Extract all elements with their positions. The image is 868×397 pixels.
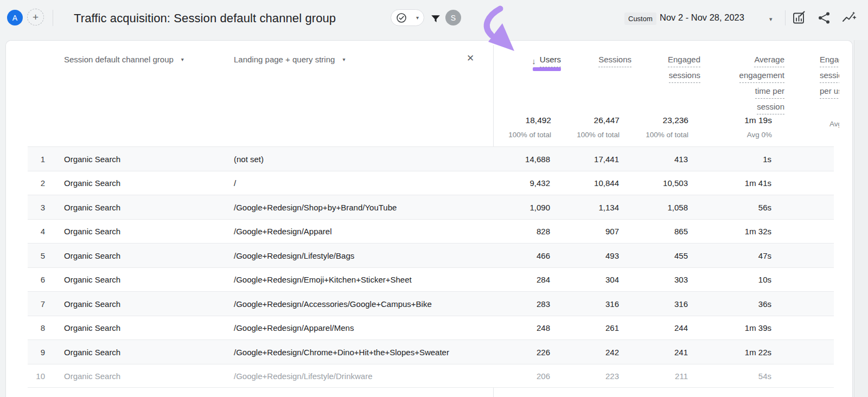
totals-sub-label: Avg 0% (829, 120, 839, 129)
avg-engagement-time-cell: 1m 22s (706, 347, 771, 356)
data-quality-pill[interactable]: ▾ (391, 9, 424, 26)
date-preset-badge: Custom (624, 12, 656, 25)
report-table-card: Session default channel group ▾ Landing … (5, 40, 853, 397)
sessions-cell: 223 (554, 371, 619, 380)
row-index: 10 (28, 371, 45, 380)
engaged-sessions-cell: 865 (623, 227, 688, 236)
column-header-label: engagement (739, 69, 784, 83)
column-header-users[interactable]: ↓Users (480, 53, 561, 69)
avg-engagement-time-cell: 54s (706, 371, 771, 380)
page-title: Traffic acquisition: Session default cha… (74, 11, 336, 25)
insights-sparkline-icon (841, 10, 858, 25)
row-index: 2 (28, 178, 45, 188)
users-cell: 14,688 (485, 154, 550, 163)
table-row[interactable]: 4Organic Search/Google+Redesign/Apparel8… (28, 219, 834, 244)
engaged-sessions-cell: 10,503 (623, 178, 688, 188)
users-cell: 206 (485, 371, 550, 380)
sessions-cell: 10,844 (554, 178, 619, 188)
sessions-cell: 907 (554, 227, 619, 236)
table-row[interactable]: 6Organic Search/Google+Redesign/Emoji+Ki… (28, 267, 834, 292)
share-icon (817, 11, 831, 25)
channel-cell: Organic Search (64, 202, 120, 212)
totals-engaged-sessions-per-user: Avg 0% (829, 115, 839, 129)
channel-cell: Organic Search (64, 251, 120, 260)
totals-value: 23,236 (607, 115, 688, 126)
customize-report-icon (792, 10, 807, 25)
chevron-down-icon[interactable]: ▾ (769, 16, 773, 23)
dimension-select-channel-group[interactable]: Session default channel group ▾ (64, 55, 184, 64)
filter-button[interactable] (430, 12, 443, 25)
table-row[interactable]: 3Organic Search/Google+Redesign/Shop+by+… (28, 195, 834, 219)
sort-descending-icon: ↓ (532, 55, 536, 68)
sessions-cell: 316 (554, 299, 619, 308)
remove-secondary-dimension-button[interactable]: ✕ (464, 53, 476, 65)
chevron-down-icon: ▾ (416, 15, 419, 21)
chevron-down-icon: ▾ (181, 56, 184, 62)
table-row[interactable]: 5Organic Search/Google+Redesign/Lifestyl… (28, 243, 834, 267)
totals-sub-label: Avg 0% (691, 131, 772, 139)
row-index: 4 (28, 227, 45, 236)
add-comparison-button[interactable]: + (27, 9, 44, 25)
channel-cell: Organic Search (64, 227, 120, 236)
plus-icon: + (33, 11, 39, 23)
landing-page-cell: / (234, 178, 236, 188)
channel-cell: Organic Search (64, 275, 120, 284)
totals-sub-label: 100% of total (607, 131, 688, 139)
avg-engagement-time-cell: 36s (706, 299, 771, 308)
share-button[interactable] (817, 10, 832, 25)
channel-cell: Organic Search (64, 371, 120, 380)
filter-funnel-icon (430, 13, 442, 25)
column-header-engaged-sessions-per-user[interactable]: Engagedsessionsper user (820, 53, 839, 100)
header-divider (53, 10, 53, 26)
ga4-traffic-acquisition-report: A + Traffic acquisition: Session default… (0, 0, 868, 397)
users-cell: 283 (485, 299, 550, 308)
avg-engagement-time-cell: 10s (706, 275, 771, 284)
date-range-selector[interactable]: Nov 2 - Nov 28, 2023 (660, 12, 744, 23)
column-header-avg-engagement-time-per-session[interactable]: Averageengagementtime persession (703, 53, 784, 116)
sessions-cell: 261 (554, 323, 619, 332)
engaged-sessions-cell: 241 (623, 347, 688, 356)
row-index: 5 (28, 251, 45, 260)
engaged-sessions-cell: 455 (623, 251, 688, 260)
table-row[interactable]: 9Organic Search/Google+Redesign/Chrome+D… (28, 340, 834, 364)
avg-engagement-time-cell: 1s (706, 154, 771, 163)
table-viewport: Session default channel group ▾ Landing … (6, 41, 839, 397)
channel-cell: Organic Search (64, 178, 120, 188)
row-index: 3 (28, 202, 45, 212)
check-circle-icon (396, 12, 407, 23)
column-header-label: session (757, 100, 784, 114)
landing-page-cell: /Google+Redesign/Shop+by+Brand/YouTube (234, 202, 397, 212)
chevron-down-icon: ▾ (342, 56, 345, 62)
users-cell: 466 (485, 251, 550, 260)
vertical-scrollbar[interactable] (854, 40, 868, 397)
engaged-sessions-cell: 211 (623, 371, 688, 380)
sessions-cell: 242 (554, 347, 619, 356)
column-header-label: Engaged (668, 53, 700, 67)
row-index: 6 (28, 275, 45, 284)
insights-button[interactable] (841, 10, 857, 25)
engaged-sessions-cell: 303 (623, 275, 688, 284)
table-row[interactable]: 1Organic Search(not set)14,68817,4414131… (28, 146, 834, 171)
avg-engagement-time-cell: 1m 32s (706, 227, 771, 236)
dimension-select-landing-page[interactable]: Landing page + query string ▾ (234, 55, 345, 64)
table-row[interactable]: 2Organic Search/9,43210,84410,5031m 41s (28, 171, 834, 195)
header-divider (785, 10, 786, 25)
table-row[interactable]: 8Organic Search/Google+Redesign/Apparel/… (28, 316, 834, 340)
users-cell: 226 (485, 347, 550, 356)
totals-value: 1m 19s (691, 115, 772, 126)
column-header-label: Average (754, 53, 784, 67)
row-index: 9 (28, 347, 45, 356)
column-header-engaged-sessions[interactable]: Engagedsessions (619, 53, 700, 85)
channel-cell: Organic Search (64, 347, 120, 356)
landing-page-cell: /Google+Redesign/Accessories/Google+Camp… (234, 299, 432, 308)
landing-page-cell: /Google+Redesign/Chrome+Dino+Hit+the+Slo… (234, 347, 449, 356)
channel-cell: Organic Search (64, 154, 120, 163)
table-row[interactable]: 7Organic Search/Google+Redesign/Accessor… (28, 291, 834, 316)
table-row[interactable]: 10Organic Search/Google+Redesign/Lifesty… (28, 364, 834, 388)
row-index: 1 (28, 154, 45, 163)
collaborator-avatar[interactable]: S (445, 10, 461, 25)
totals-engaged-sessions: 23,236100% of total (607, 115, 688, 139)
account-avatar[interactable]: A (7, 10, 23, 25)
sessions-cell: 493 (554, 251, 619, 260)
customize-report-button[interactable] (792, 10, 807, 25)
